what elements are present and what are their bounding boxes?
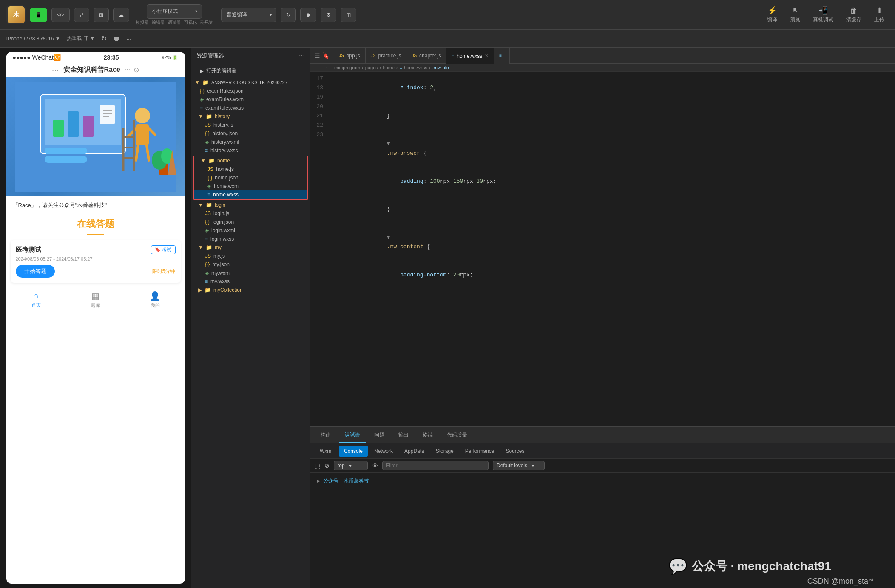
start-exam-btn[interactable]: 开始答题 (16, 265, 55, 278)
login-wxml[interactable]: ◈ login.wxml (191, 226, 310, 235)
nav-profile[interactable]: 👤 我的 (125, 291, 185, 309)
my-wxml[interactable]: ◈ my.wxml (191, 269, 310, 277)
history-js[interactable]: JS history.js (191, 121, 310, 129)
clear-cache-btn[interactable]: 🗑 清缓存 (842, 4, 866, 26)
inner-tab-sources[interactable]: Sources (500, 446, 529, 457)
inner-tab-appdata[interactable]: AppData (399, 446, 429, 457)
devtools-inner-tabs: Wxml Console Network AppData Storage (310, 443, 895, 459)
collapse-icon-22[interactable]: ▼ (387, 234, 390, 241)
inner-tab-storage[interactable]: Storage (431, 446, 459, 457)
pointer-icon[interactable]: ⬚ (315, 462, 320, 469)
project-root[interactable]: ▼ 📁 ANSWER-CLOUD-KS-TK-20240727 (191, 78, 310, 87)
devtools-tab-output[interactable]: 输出 (392, 428, 415, 442)
code-btn[interactable]: </> (51, 8, 70, 22)
exam-rules-wxss[interactable]: ≡ examRules.wxss (191, 104, 310, 112)
line-num-18: 18 (310, 83, 327, 93)
tab-close-btn[interactable]: ✕ (485, 53, 489, 59)
no-entry-icon[interactable]: ⊘ (324, 462, 330, 469)
line-numbers: 17 18 19 20 21 22 23 (310, 72, 327, 426)
grid-btn[interactable]: ⊞ (94, 8, 109, 22)
inner-tab-console[interactable]: Console (339, 446, 368, 457)
tab-extra[interactable]: ≡ (494, 48, 510, 64)
tab-practicejs[interactable]: JS practice.js (366, 48, 407, 64)
devtools-tab-codequality[interactable]: 代码质量 (441, 428, 473, 442)
record-btn[interactable]: ⏺ (300, 8, 316, 22)
cloud-btn[interactable]: ☁ (113, 8, 129, 22)
settings-btn[interactable]: ⚙ (321, 8, 336, 22)
tab-output-label: 输出 (398, 432, 409, 438)
refresh-btn[interactable]: ↻ (281, 8, 296, 22)
compile-selector[interactable]: 普通编译 (221, 8, 276, 22)
forward-nav-icon[interactable]: → (324, 65, 328, 70)
home-wxml[interactable]: ◈ home.wxml (194, 182, 307, 190)
history-wxml[interactable]: ◈ history.wxml (191, 138, 310, 146)
reload-btn[interactable]: ↻ (101, 34, 107, 43)
my-folder[interactable]: ▼ 📁 my (191, 243, 310, 252)
exam-rules-wxss-label: examRules.wxss (205, 105, 244, 111)
tab-chapterjs[interactable]: JS chapter.js (406, 48, 446, 64)
tab-issues-label: 问题 (374, 432, 384, 438)
filter-input[interactable] (382, 461, 489, 470)
login-json[interactable]: {·} login.json (191, 218, 310, 226)
folder-icon-history: 📁 (206, 114, 212, 119)
mode-selector[interactable]: 小程序模式 (147, 4, 202, 19)
login-wxss[interactable]: ≡ login.wxss (191, 235, 310, 243)
tab-homewxss[interactable]: ≡ home.wxss ✕ (446, 48, 494, 64)
compile-action-btn[interactable]: ⚡ 编译 (763, 4, 781, 26)
level-selector[interactable]: Default levels ▼ (493, 461, 545, 470)
inner-tab-wxml[interactable]: Wxml (315, 446, 338, 457)
collapse-icon-19[interactable]: ▼ (387, 141, 390, 147)
console-entry-0[interactable]: ▶ 公众号：木番薯科技 (317, 476, 889, 486)
devtools-tab-debugger[interactable]: 调试器 (339, 428, 366, 443)
code-property-pb: padding-bottom (400, 272, 446, 278)
devtools-tab-issues[interactable]: 问题 (368, 428, 390, 442)
folder-icon-login: 📁 (206, 202, 212, 208)
inner-tab-performance[interactable]: Performance (460, 446, 500, 457)
devtools-tab-build[interactable]: 构建 (315, 428, 337, 442)
phone-icon: 📱 (35, 12, 42, 18)
upload-btn[interactable]: ⬆ 上传 (870, 4, 889, 26)
device-selector[interactable]: iPhone 6/7/8 85% 16 ▼ (6, 36, 60, 42)
exam-rules-json[interactable]: {·} examRules.json (191, 87, 310, 95)
my-json[interactable]: {·} my.json (191, 260, 310, 269)
breadcrumb-pages: pages (365, 65, 378, 70)
my-js[interactable]: JS my.js (191, 252, 310, 260)
home-wxss[interactable]: ≡ home.wxss (194, 190, 307, 199)
nav-question-bank[interactable]: ▦ 题库 (66, 291, 125, 309)
history-json[interactable]: {·} history.json (191, 129, 310, 138)
login-folder[interactable]: ▼ 📁 login (191, 201, 310, 209)
hotreload-toggle[interactable]: 热重载 开 ▼ (67, 35, 95, 42)
sim-record-btn[interactable]: ⏺ (113, 35, 120, 43)
banner-illustration (6, 77, 185, 196)
tab-appjs-label: app.js (347, 53, 360, 59)
list-icon[interactable]: ☰ (315, 52, 320, 59)
history-wxss[interactable]: ≡ history.wxss (191, 146, 310, 155)
preview-btn[interactable]: 👁 预览 (786, 4, 804, 26)
login-js[interactable]: JS login.js (191, 209, 310, 218)
mode-label: 小程序模式 (152, 8, 178, 15)
back-nav-icon[interactable]: ← (315, 65, 319, 70)
arrows-btn[interactable]: ⇄ (74, 8, 89, 22)
exam-rules-wxml[interactable]: ◈ examRules.wxml (191, 95, 310, 104)
layers-btn[interactable]: ◫ (341, 8, 356, 22)
new-file-icon[interactable]: ⋯ (299, 52, 305, 59)
home-folder[interactable]: ▼ 📁 home (194, 156, 307, 165)
tab-debugger-label: 调试器 (345, 432, 360, 437)
home-js[interactable]: JS home.js (194, 165, 307, 173)
devtools-tab-terminal[interactable]: 终端 (417, 428, 439, 442)
nav-home[interactable]: ⌂ 首页 (6, 291, 66, 309)
svg-rect-6 (100, 105, 115, 124)
more-btn[interactable]: ··· (126, 35, 131, 42)
my-collection-folder[interactable]: ▶ 📁 myCollection (191, 286, 310, 294)
eye-icon[interactable]: 👁 (372, 462, 378, 469)
tab-appjs[interactable]: JS app.js (334, 48, 366, 64)
context-selector[interactable]: top ▼ (334, 461, 368, 470)
device-debug-btn[interactable]: 📲 真机调试 (809, 4, 838, 26)
bookmark-icon[interactable]: 🔖 (322, 52, 330, 59)
phone-mode-btn[interactable]: 📱 (30, 8, 47, 22)
history-folder[interactable]: ▼ 📁 history (191, 112, 310, 121)
inner-tab-network[interactable]: Network (369, 446, 398, 457)
open-editors-label[interactable]: ▶ 打开的编辑器 (191, 66, 310, 76)
my-wxss[interactable]: ≡ my.wxss (191, 277, 310, 286)
home-json[interactable]: {·} home.json (194, 173, 307, 182)
